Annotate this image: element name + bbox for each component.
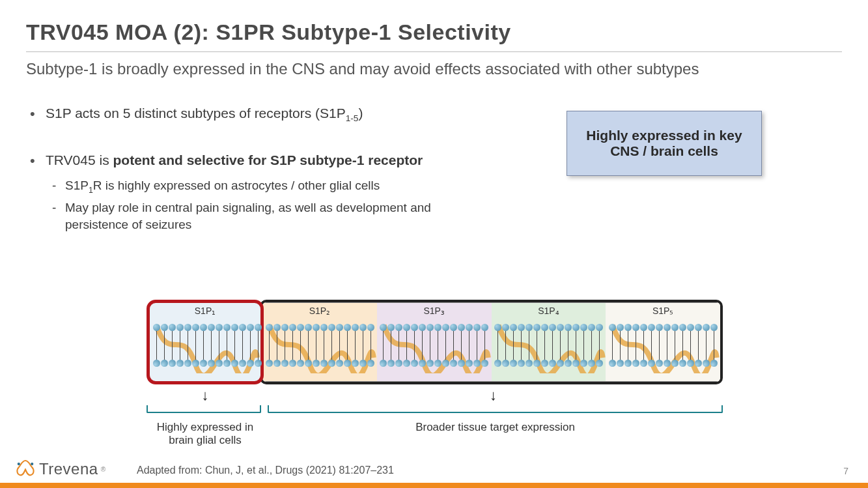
sub1-pre: S1P [65, 179, 89, 192]
svg-point-1 [31, 463, 33, 465]
subbullet-1: S1P1R is highly expressed on astrocytes … [65, 177, 495, 195]
membrane-row: S1P₁ S1P₂ S1P₃ S1P₄ [147, 300, 723, 384]
trevena-logo: Trevena® [14, 458, 105, 480]
membrane-5 [608, 324, 718, 368]
membrane-3 [380, 324, 489, 368]
subbullet-2: May play role in central pain signaling,… [65, 199, 495, 233]
bullet-list: S1P acts on 5 distinct subtypes of recep… [26, 104, 495, 259]
panel-s1p5: S1P₅ [606, 302, 720, 382]
sub1-sub: 1 [89, 186, 93, 195]
slide: TRV045 MOA (2): S1PR Subtype-1 Selectivi… [0, 0, 868, 488]
panel-s1p3: S1P₃ [377, 302, 492, 382]
logo-mark-icon [14, 458, 36, 480]
title-divider [26, 51, 842, 52]
logo-registered: ® [101, 466, 105, 473]
panel-label-5: S1P₅ [652, 306, 673, 316]
brackets [147, 405, 723, 417]
footer-accent-bar [0, 483, 868, 488]
caption-2: Broader tissue target expression [268, 421, 723, 434]
logo-text: Trevena [39, 460, 98, 478]
panel-label-1: S1P₁ [195, 306, 216, 316]
body-row: S1P acts on 5 distinct subtypes of recep… [26, 104, 842, 259]
svg-point-0 [18, 463, 20, 465]
bullet-2-pre: TRV045 is [46, 152, 113, 167]
arrow-down-1: ↓ [147, 387, 264, 404]
membrane-4 [494, 324, 604, 368]
slide-subtitle: Subtype-1 is broadly expressed in the CN… [26, 60, 842, 78]
page-number: 7 [843, 466, 848, 476]
caption-1: Highly expressed in brain glial cells [147, 421, 264, 447]
slide-title: TRV045 MOA (2): S1PR Subtype-1 Selectivi… [26, 20, 842, 45]
arrows-row: ↓ ↓ [147, 384, 723, 404]
bullet-1: S1P acts on 5 distinct subtypes of recep… [46, 104, 495, 125]
bullet-1-text-pre: S1P acts on 5 distinct subtypes of recep… [46, 106, 346, 121]
sub1-post: R is highly expressed on astrocytes / ot… [93, 179, 380, 192]
membrane-1 [152, 324, 258, 368]
bullet-1-text-post: ) [358, 106, 363, 121]
panel-s1p4: S1P₄ [492, 302, 606, 382]
bracket-2 [268, 405, 723, 413]
bracket-1 [147, 405, 261, 413]
bullet-1-sub: 1-5 [346, 113, 359, 123]
receptor-diagram: S1P₁ S1P₂ S1P₃ S1P₄ [147, 300, 723, 421]
panel-label-4: S1P₄ [538, 306, 559, 316]
callout-box: Highly expressed in key CNS / brain cell… [567, 111, 762, 176]
panel-label-3: S1P₃ [423, 306, 444, 316]
membrane-2 [265, 324, 374, 368]
panel-s1p1: S1P₁ [147, 300, 264, 384]
panel-s1p2: S1P₂ [262, 302, 377, 382]
panel-group-2to5: S1P₂ S1P₃ S1P₄ S1P₅ [260, 300, 723, 384]
bullet-2: TRV045 is potent and selective for S1P s… [46, 151, 495, 233]
citation: Adapted from: Chun, J, et al., Drugs (20… [137, 465, 394, 476]
bullet-2-bold: potent and selective for S1P subtype-1 r… [113, 152, 423, 167]
panel-label-2: S1P₂ [309, 306, 330, 316]
arrow-down-2: ↓ [264, 387, 723, 404]
